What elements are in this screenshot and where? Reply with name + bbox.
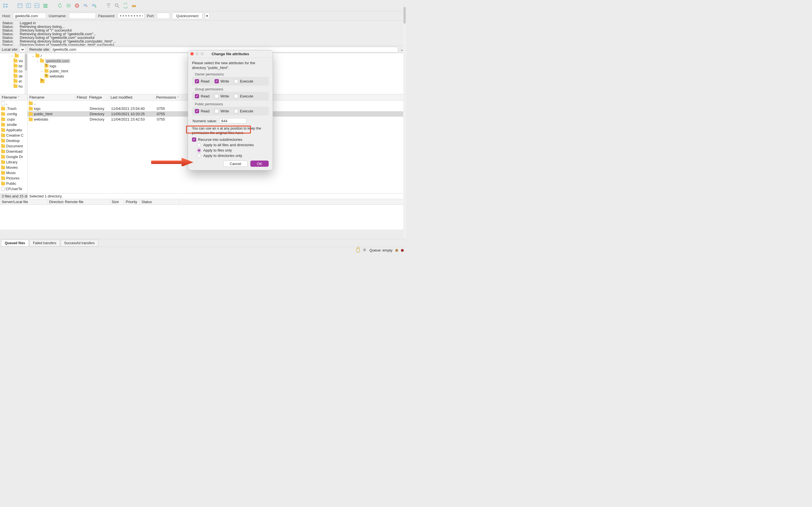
file-row[interactable]: Google Dr (0, 154, 28, 159)
tree-item[interactable]: et (0, 78, 28, 83)
local-col-filename[interactable]: Filename⌃ (0, 95, 28, 100)
radio-apply-dirs[interactable] (197, 154, 201, 158)
reconnect-icon[interactable] (90, 2, 98, 9)
port-input[interactable] (157, 13, 170, 19)
svg-rect-4 (18, 3, 22, 8)
file-row[interactable]: Applicatio (0, 127, 28, 133)
local-file-list[interactable]: Filename⌃ ...Trash.config.cups.kindleApp… (0, 94, 28, 193)
toggle-local-tree-icon[interactable] (25, 2, 32, 9)
remote-col-modified[interactable]: Last modified (109, 95, 154, 100)
file-row[interactable]: Document (0, 144, 28, 149)
local-site-select[interactable] (19, 47, 25, 52)
local-file-header[interactable]: Filename⌃ (0, 94, 28, 101)
file-row[interactable]: Music (0, 170, 28, 175)
remote-col-filetype[interactable]: Filetype (87, 95, 109, 100)
file-row[interactable]: Public (0, 181, 28, 186)
dialog-titlebar[interactable]: Change file attributes (188, 50, 273, 58)
tab-successful-transfers[interactable]: Successful transfers (61, 240, 98, 246)
filter-icon[interactable] (105, 2, 112, 9)
remote-col-filesize[interactable]: Filesize (75, 95, 87, 100)
quickconnect-button[interactable]: Quickconnect (172, 12, 203, 19)
toggle-queue-icon[interactable] (42, 2, 49, 9)
group-execute-checkbox[interactable] (234, 94, 238, 98)
svg-rect-10 (43, 4, 48, 5)
search-icon[interactable] (113, 2, 121, 9)
host-input[interactable] (13, 13, 46, 19)
public-execute-checkbox[interactable] (234, 109, 238, 113)
local-tree[interactable]: › Vobircodeetho (0, 53, 28, 94)
cancel-button[interactable]: Cancel (223, 161, 248, 167)
bottom-tabs: Queued files Failed transfers Successful… (0, 239, 406, 247)
tree-item[interactable]: Vo (0, 58, 28, 63)
file-row[interactable]: .kindle (0, 122, 28, 127)
file-modified: 11/04/2021 23:42:53 (111, 117, 157, 121)
file-row[interactable]: .config (0, 111, 28, 117)
owner-permissions-row: Read Write Execute (192, 77, 269, 86)
tree-label: public_html (50, 69, 68, 73)
file-icon (1, 101, 4, 105)
qcol-size[interactable]: Size (110, 199, 124, 205)
ok-button[interactable]: OK (250, 161, 269, 167)
dialog-description: Please select the new attributes for the… (192, 61, 269, 70)
cancel-icon[interactable] (73, 2, 81, 9)
qcol-server[interactable]: Server/Local file (0, 199, 47, 205)
public-write-checkbox[interactable] (214, 109, 219, 113)
tab-queued-files[interactable]: Queued files (1, 240, 29, 246)
close-icon[interactable] (190, 52, 194, 55)
bottom-status-bar: Queue: empty (0, 247, 406, 253)
tree-item[interactable]: bir (0, 63, 28, 68)
group-read-checkbox[interactable] (195, 94, 199, 98)
file-row[interactable]: Creative C (0, 133, 28, 138)
password-input[interactable] (117, 13, 145, 19)
radio-apply-all[interactable] (197, 143, 201, 147)
refresh-icon[interactable] (56, 2, 64, 9)
numeric-value-input[interactable] (219, 118, 246, 124)
owner-read-checkbox[interactable] (195, 79, 199, 83)
owner-execute-checkbox[interactable] (234, 79, 238, 83)
tree-item[interactable]: co (0, 68, 28, 73)
qcol-status[interactable]: Status (140, 199, 179, 205)
compare-icon[interactable] (122, 2, 129, 9)
site-manager-icon[interactable] (2, 2, 9, 9)
file-row[interactable]: .. (0, 101, 28, 106)
tree-label: co (18, 69, 22, 73)
scrollbar[interactable] (24, 53, 28, 94)
folder-icon (29, 112, 33, 116)
quickconnect-dropdown[interactable]: ▾ (205, 12, 209, 19)
file-name: .. (6, 101, 8, 105)
tree-item[interactable]: de (0, 73, 28, 78)
remote-col-permissions[interactable]: Permissions⌃ (154, 95, 183, 100)
username-input[interactable] (69, 13, 96, 19)
file-row[interactable]: Desktop (0, 138, 28, 144)
file-type: Directory (90, 107, 111, 111)
public-read-checkbox[interactable] (195, 109, 199, 113)
file-row[interactable]: Pictures (0, 175, 28, 181)
minimize-icon (195, 52, 199, 55)
file-row[interactable]: Movies (0, 165, 28, 170)
qcol-remote[interactable]: Remote file (63, 199, 110, 205)
queue-body[interactable] (0, 205, 406, 230)
file-row[interactable]: Library (0, 159, 28, 165)
lock-icon[interactable] (356, 248, 360, 252)
group-write-checkbox[interactable] (214, 94, 219, 98)
folder-icon (1, 128, 5, 132)
process-queue-icon[interactable] (65, 2, 72, 9)
binoculars-icon[interactable] (130, 2, 138, 9)
qcol-priority[interactable]: Priority (124, 199, 140, 205)
gear-icon[interactable] (363, 248, 366, 252)
recurse-checkbox[interactable] (192, 137, 196, 142)
toggle-log-icon[interactable] (16, 2, 24, 9)
tree-item[interactable]: ho (0, 83, 28, 89)
owner-write-checkbox[interactable] (214, 79, 219, 83)
disconnect-icon[interactable] (82, 2, 89, 9)
tree-item[interactable]: › (0, 53, 28, 58)
file-row[interactable]: CFUserTe (0, 186, 28, 191)
remote-col-filename[interactable]: Filename (28, 95, 75, 100)
file-row[interactable]: .Trash (0, 106, 28, 111)
file-row[interactable]: Download (0, 149, 28, 154)
toggle-remote-tree-icon[interactable] (33, 2, 41, 9)
tab-failed-transfers[interactable]: Failed transfers (29, 240, 60, 246)
radio-apply-files[interactable] (197, 149, 201, 152)
qcol-direction[interactable]: Direction (47, 199, 63, 205)
file-row[interactable]: .cups (0, 117, 28, 122)
